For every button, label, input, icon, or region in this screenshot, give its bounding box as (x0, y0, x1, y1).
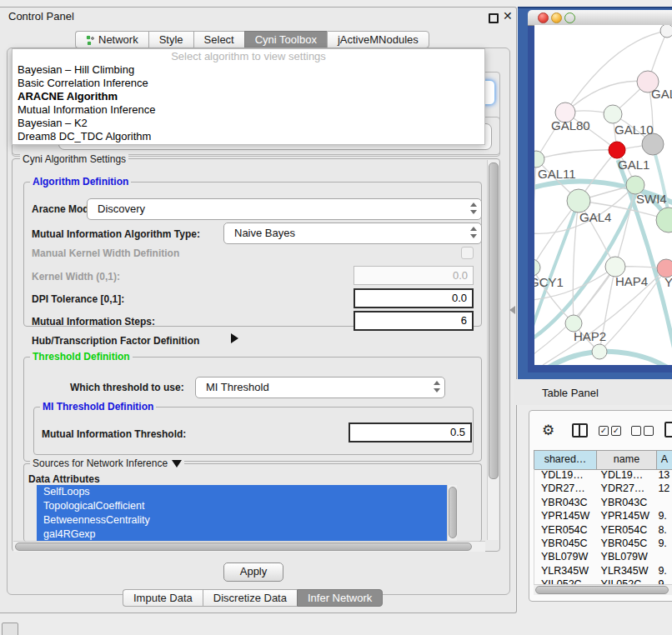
network-node-gal10[interactable] (604, 105, 622, 123)
column-header-2[interactable]: name (597, 451, 657, 469)
expand-arrow-icon[interactable] (231, 333, 238, 343)
network-edge[interactable] (534, 203, 578, 333)
node-label: HAP2 (574, 329, 606, 343)
select-all-checkbox-icon-2[interactable]: ✓ (611, 426, 621, 436)
attribute-list-item[interactable]: SelfLoops (37, 485, 447, 499)
network-edge[interactable] (574, 267, 615, 323)
network-edge[interactable] (534, 159, 536, 268)
table-row[interactable]: YPR145WYPR145W9. (534, 510, 672, 523)
column-header-3[interactable]: A (657, 451, 672, 469)
table-row[interactable]: YBR043CYBR043C (534, 497, 672, 510)
settings-hscrollbar-thumb[interactable] (15, 542, 472, 551)
select-all-checkbox-icon-1[interactable]: ✓ (599, 426, 609, 436)
table-cell: YBR045C (599, 538, 657, 551)
network-node-gal11[interactable] (534, 151, 544, 168)
split-columns-icon[interactable] (572, 423, 588, 438)
network-node[interactable] (592, 344, 607, 359)
tab-style[interactable]: Style (148, 31, 193, 48)
network-node-gal4[interactable] (567, 189, 590, 212)
tab-discretize-data[interactable]: Discretize Data (203, 589, 297, 607)
network-canvas[interactable]: GAL7GAL80GAL10GAL1GAL11SWI4GAL4GCY1HAP4Y… (534, 25, 672, 365)
collapse-arrow-icon[interactable] (172, 460, 182, 468)
dpi-tolerance-input[interactable]: 0.0 (354, 288, 474, 308)
node-label: GAL4 (579, 210, 611, 224)
tab-infer-network[interactable]: Infer Network (297, 589, 383, 607)
table-cell: YDR27… (599, 482, 657, 496)
settings-vscrollbar-thumb[interactable] (489, 162, 499, 479)
node-label: GAL1 (618, 158, 649, 172)
attributes-list-scrollbar-thumb[interactable] (449, 487, 457, 538)
bottom-left-button[interactable] (2, 622, 18, 635)
dropdown-item[interactable]: Bayesian – Hill Climbing (13, 63, 484, 77)
table-hscrollbar[interactable] (534, 584, 672, 595)
network-edge[interactable] (536, 150, 617, 159)
dropdown-item[interactable]: Basic Correlation Inference (13, 77, 484, 90)
table-row[interactable]: YBL079WYBL079W (534, 551, 672, 564)
table-header-row: shared…nameA (534, 450, 672, 470)
tab-network[interactable]: Network (75, 31, 148, 48)
split-divider-arrow-icon[interactable] (509, 306, 515, 314)
settings-group-title: Cyni Algorithm Settings (20, 153, 128, 165)
manual-kernel-checkbox[interactable] (461, 247, 474, 259)
float-panel-icon[interactable] (489, 13, 499, 23)
close-panel-icon[interactable]: ✕ (503, 9, 513, 22)
which-threshold-combo[interactable]: MI Threshold (195, 377, 445, 398)
dropdown-item[interactable]: Bayesian – K2 (13, 117, 484, 130)
aracne-mode-combo[interactable]: Discovery (87, 198, 482, 220)
settings-hscrollbar[interactable] (13, 541, 485, 552)
table-row[interactable]: YDL19…YDL19…13 (534, 469, 672, 482)
mi-threshold-input[interactable]: 0.5 (349, 422, 472, 442)
node-label: SWI4 (636, 192, 667, 206)
sources-title-text: Sources for Network Inference (33, 458, 168, 469)
table-hscrollbar-thumb[interactable] (535, 586, 669, 594)
kernel-width-input[interactable]: 0.0 (354, 266, 474, 285)
mi-algorithm-type-combo[interactable]: Naive Bayes (223, 222, 482, 244)
partial-toolbar-icon[interactable] (664, 422, 672, 438)
node-label: HAP4 (615, 274, 648, 288)
table-cell: YDL19… (599, 469, 657, 482)
node-label: GAL80 (551, 118, 590, 132)
table-cell: YPR145W (534, 510, 599, 523)
table-row[interactable]: YBR045CYBR045C9. (534, 538, 672, 551)
settings-vscrollbar[interactable] (487, 160, 499, 540)
table-row[interactable]: YIL052CYIL052C9 (534, 578, 672, 584)
network-edge[interactable] (573, 201, 579, 323)
network-node-gal1[interactable] (609, 142, 625, 158)
deselect-checkbox-icon-1[interactable] (631, 426, 641, 436)
window-close-button[interactable] (538, 12, 549, 23)
attributes-list-scrollbar[interactable] (447, 485, 457, 541)
table-cell (656, 497, 672, 510)
mi-steps-input[interactable]: 6 (354, 311, 474, 331)
apply-button[interactable]: Apply (223, 562, 283, 582)
network-icon (86, 35, 95, 45)
network-window-titlebar[interactable] (528, 10, 672, 26)
network-node[interactable] (656, 208, 672, 232)
table-row[interactable]: YER054CYER054C8. (534, 524, 672, 538)
table-row[interactable]: YLR345WYLR345W9. (534, 565, 672, 578)
gear-icon[interactable]: ⚙ (542, 422, 554, 439)
table-cell: 8. (656, 524, 672, 538)
column-header-1[interactable]: shared… (534, 451, 597, 469)
table-cell: YBL079W (599, 551, 657, 564)
attribute-list-item[interactable]: BetweennessCentrality (37, 513, 447, 528)
tab-label: Select (204, 33, 234, 46)
deselect-checkbox-icon-2[interactable] (644, 426, 654, 436)
tab-jactivemnodules[interactable]: jActiveMNodules (327, 31, 429, 48)
dropdown-item[interactable]: Mutual Information Inference (13, 103, 484, 117)
table-cell: 9. (656, 538, 672, 551)
tab-cyni-toolbox[interactable]: Cyni Toolbox (244, 31, 327, 48)
window-zoom-button[interactable] (564, 12, 575, 23)
dropdown-item[interactable]: ARACNE Algorithm (13, 90, 484, 103)
network-node[interactable] (660, 25, 672, 38)
stepper-icon (433, 380, 440, 393)
attribute-list-item[interactable]: TopologicalCoefficient (37, 499, 447, 513)
tab-label: jActiveMNodules (338, 33, 419, 46)
window-minimize-button[interactable] (551, 12, 562, 23)
network-edge[interactable] (547, 352, 672, 365)
attribute-list-item[interactable]: gal4RGexp (37, 528, 447, 541)
dropdown-item[interactable]: Dream8 DC_TDC Algorithm (13, 130, 484, 143)
table-row[interactable]: YDR27…YDR27…12 (534, 482, 672, 496)
tab-select[interactable]: Select (193, 31, 244, 48)
network-node-gcy1[interactable] (534, 259, 540, 276)
tab-impute-data[interactable]: Impute Data (123, 589, 203, 607)
